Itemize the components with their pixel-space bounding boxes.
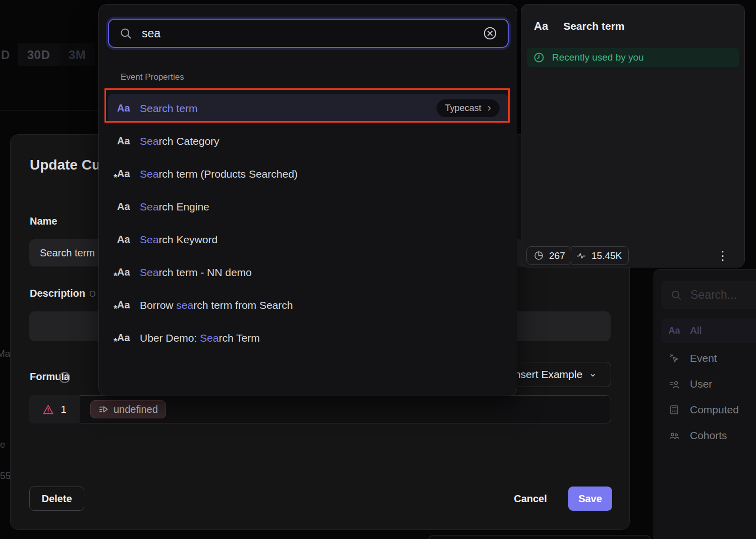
result-row-search-engine[interactable]: Aa Search Engine [108, 192, 509, 221]
text-type-icon: Aa [117, 234, 131, 245]
event-volume-pill[interactable]: 15.45K [569, 246, 629, 265]
text-type-icon: Aa [117, 201, 131, 212]
result-row-search-keyword[interactable]: Aa Search Keyword [108, 225, 509, 254]
dialog-title: Update Cu [30, 157, 100, 173]
custom-text-type-icon: Aa* [117, 168, 131, 180]
time-range-segment-30d[interactable]: 30D [18, 43, 60, 66]
optional-hint: O [89, 290, 95, 298]
text-type-icon: Aa [534, 20, 548, 33]
custom-property-asterisk-icon: * [114, 336, 117, 347]
property-search-box[interactable] [108, 19, 509, 48]
time-range-segment-3m[interactable]: 3M [60, 43, 95, 66]
formula-token-undefined[interactable]: undefined [90, 400, 166, 418]
formula-input[interactable]: undefined [80, 395, 611, 423]
error-count: 1 [61, 403, 67, 415]
property-details-panel: Aa Search term Recently used by you 267 [521, 4, 745, 267]
text-type-icon: Aa [117, 135, 131, 147]
people-icon [668, 430, 680, 441]
sidebar-item-event[interactable]: Event [661, 346, 756, 370]
warning-icon [42, 404, 54, 415]
distinct-values-pill[interactable]: 267 [526, 246, 572, 265]
clear-search-icon[interactable] [482, 26, 498, 41]
sidebar-item-cohorts[interactable]: Cohorts [661, 423, 756, 448]
property-title: Search term [563, 20, 624, 32]
custom-text-type-icon: Aa* [117, 266, 131, 278]
custom-property-asterisk-icon: * [114, 303, 117, 314]
result-row-search-category[interactable]: Aa Search Category [108, 127, 509, 155]
custom-property-asterisk-icon: * [114, 271, 117, 282]
delete-button[interactable]: Delete [29, 487, 84, 511]
activity-icon [576, 250, 586, 261]
calculator-icon [668, 404, 680, 415]
result-row-search-term-products[interactable]: Aa* Search term (Products Searched) [108, 159, 509, 188]
search-icon [119, 27, 133, 40]
time-range-segment-partial[interactable]: D [0, 43, 11, 66]
typecast-button[interactable]: Typecast › [437, 99, 500, 117]
custom-property-asterisk-icon: * [114, 172, 117, 183]
text-type-icon: Aa [668, 326, 680, 336]
save-button[interactable]: Save [568, 487, 612, 511]
property-search-input[interactable] [142, 27, 473, 40]
user-list-icon [668, 379, 680, 390]
name-label: Name [30, 215, 57, 227]
clock-icon [533, 51, 545, 64]
more-options-icon[interactable]: ⋮ [715, 246, 730, 265]
result-row-search-term[interactable]: Aa Search term Typecast › [108, 94, 509, 123]
search-results-list: Aa Search term Typecast › Aa Search Cate… [108, 94, 509, 352]
chevron-down-icon: ⌄ [588, 367, 597, 379]
section-label: Event Properties [121, 72, 184, 82]
property-type-sidebar: Aa All Event User [654, 269, 756, 539]
formula-error-badge: 1 [29, 395, 80, 423]
pie-chart-icon [533, 250, 544, 261]
insert-example-label: Insert Example [512, 368, 582, 381]
axis-label-fragment: e [0, 439, 6, 450]
custom-text-type-icon: Aa* [117, 332, 131, 344]
search-icon [670, 289, 682, 301]
description-label: DescriptionO [30, 288, 95, 299]
recently-used-badge: Recently used by you [527, 48, 739, 67]
sidebar-item-computed[interactable]: Computed [661, 398, 756, 422]
sidebar-search[interactable] [661, 281, 756, 309]
sidebar-item-all[interactable]: Aa All [661, 318, 756, 343]
property-search-popover: Event Properties Aa Search term Typecast… [98, 4, 517, 396]
axis-label-value: 55 [0, 470, 11, 481]
divider [521, 242, 744, 242]
result-row-uber-demo-search-term[interactable]: Aa* Uber Demo: Search Term [108, 324, 509, 352]
text-type-icon: Aa [117, 102, 131, 114]
result-row-borrow-search-term[interactable]: Aa* Borrow search term from Search [108, 291, 509, 319]
function-icon [98, 404, 109, 415]
app-screen: D 30D 3M May e 55 Update Cu Name Descrip… [0, 0, 756, 539]
cancel-button[interactable]: Cancel [508, 487, 553, 511]
custom-text-type-icon: Aa* [117, 299, 131, 311]
chart-gridline [0, 110, 99, 111]
info-icon: i [59, 372, 70, 383]
sidebar-search-input[interactable] [690, 288, 746, 302]
chevron-right-icon: › [488, 102, 491, 114]
sidebar-item-user[interactable]: User [661, 372, 756, 396]
result-row-search-term-nn-demo[interactable]: Aa* Search term - NN demo [108, 258, 509, 287]
cursor-click-icon [668, 353, 680, 364]
background-panel-edge [428, 535, 651, 539]
